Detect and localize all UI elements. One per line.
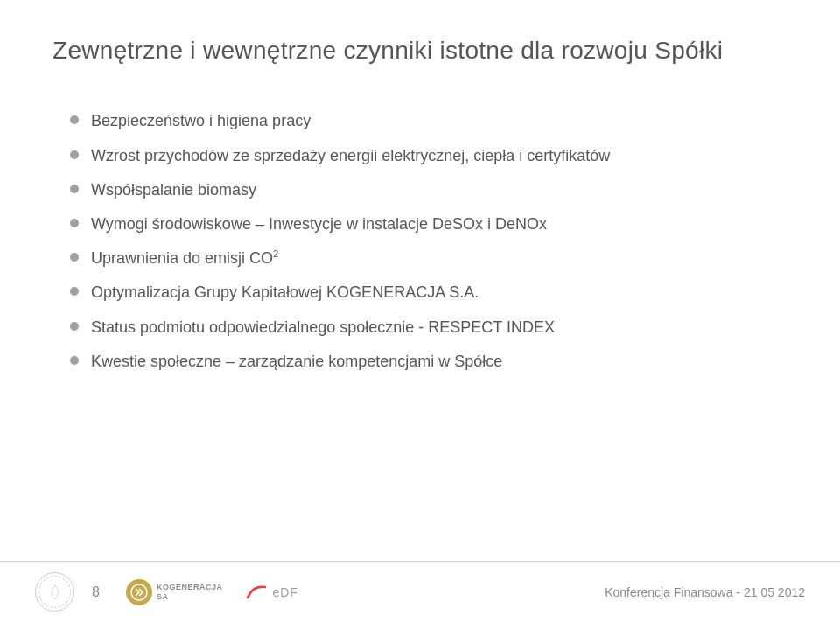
bullet-text: Współspalanie biomasy <box>91 179 256 201</box>
bullet-text: Bezpieczeństwo i higiena pracy <box>91 110 311 132</box>
bullet-text: Uprawnienia do emisji CO2 <box>91 248 278 269</box>
bullet-dot <box>70 287 79 296</box>
bullet-dot <box>70 219 79 227</box>
bullet-text: Wymogi środowiskowe – Inwestycje w insta… <box>91 213 547 235</box>
footer-decorative-circle <box>35 572 74 612</box>
bullet-dot <box>70 150 79 159</box>
list-item: Kwestie społeczne – zarządzanie kompeten… <box>70 351 788 373</box>
bullet-dot <box>70 253 79 262</box>
list-item: Współspalanie biomasy <box>70 179 788 201</box>
list-item: Wzrost przychodów ze sprzedaży energii e… <box>70 145 788 167</box>
list-item: Bezpieczeństwo i higiena pracy <box>70 110 788 132</box>
bullet-dot <box>70 322 79 331</box>
footer: 8 KOGENERACJA SA <box>0 561 840 622</box>
footer-conference-text: Konferencja Finansowa - 21 05 2012 <box>605 585 805 599</box>
kogeneracja-svg-icon <box>130 583 149 602</box>
bullet-text: Optymalizacja Grupy Kapitałowej KOGENERA… <box>91 282 479 304</box>
footer-logos: KOGENERACJA SA eDF <box>126 579 298 605</box>
bullet-text: Wzrost przychodów ze sprzedaży energii e… <box>91 145 610 167</box>
bullet-text: Status podmiotu odpowiedzialnego społecz… <box>91 317 555 339</box>
slide-container: Zewnętrzne i wewnętrzne czynniki istotne… <box>0 0 840 622</box>
list-item: Wymogi środowiskowe – Inwestycje w insta… <box>70 213 788 235</box>
bullet-dot <box>70 185 79 193</box>
logo-kogeneracja: KOGENERACJA SA <box>126 579 223 605</box>
slide-title: Zewnętrzne i wewnętrzne czynniki istotne… <box>52 35 788 66</box>
list-item: Status podmiotu odpowiedzialnego społecz… <box>70 317 788 339</box>
bullet-dot <box>70 115 79 124</box>
footer-left: 8 KOGENERACJA SA <box>35 572 298 612</box>
decorative-icon <box>46 584 64 601</box>
list-item: Uprawnienia do emisji CO2 <box>70 248 788 269</box>
main-content: Zewnętrzne i wewnętrzne czynniki istotne… <box>0 0 840 561</box>
bullet-text: Kwestie społeczne – zarządzanie kompeten… <box>91 351 502 373</box>
edf-logo-text: eDF <box>272 585 298 599</box>
kogeneracja-text: KOGENERACJA SA <box>157 583 223 602</box>
list-item: Optymalizacja Grupy Kapitałowej KOGENERA… <box>70 282 788 304</box>
logo-edf: eDF <box>244 584 298 601</box>
footer-page-number: 8 <box>92 584 100 600</box>
bullet-list: Bezpieczeństwo i higiena pracy Wzrost pr… <box>70 110 788 373</box>
kogeneracja-icon <box>126 579 152 605</box>
edf-swoosh-icon <box>244 584 269 601</box>
bullet-dot <box>70 356 79 365</box>
